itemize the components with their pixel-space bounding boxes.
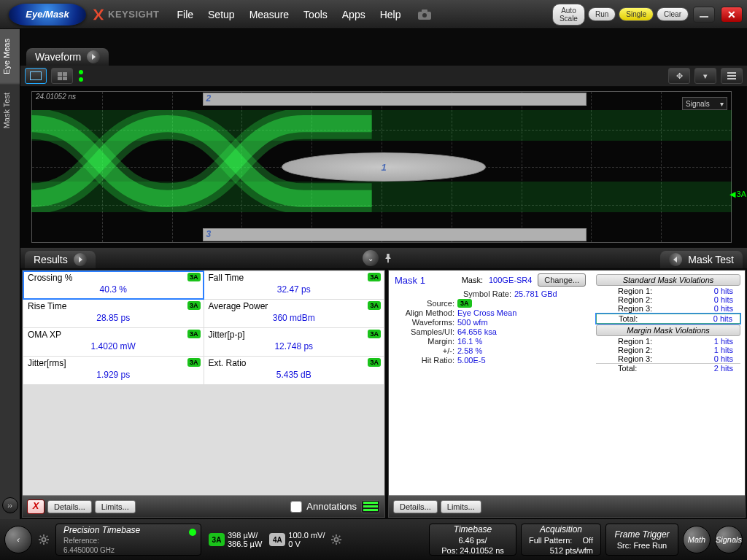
- play-icon[interactable]: [87, 50, 100, 63]
- results-panel: Crossing % 3A 40.3 %Fall Time 3A 32.47 p…: [22, 270, 385, 518]
- results-details-button[interactable]: Details...: [47, 500, 92, 513]
- menu-setup[interactable]: Setup: [201, 9, 242, 20]
- hamburger-button[interactable]: [721, 68, 743, 84]
- waveform-tab[interactable]: Waveform: [26, 48, 109, 66]
- play-icon[interactable]: [74, 253, 87, 266]
- acquisition-box[interactable]: Acquisition Full Pattern:Off 512 pts/wfm: [521, 524, 601, 556]
- minimize-button[interactable]: [693, 7, 715, 23]
- mask-test-panel: Mask 1 Mask: 100GE-SR4 Change... Symbol …: [388, 270, 746, 518]
- annotation-style-button[interactable]: [361, 500, 380, 513]
- channel-3a-badge: 3A: [209, 533, 225, 546]
- result-cell[interactable]: Rise Time 3A 28.85 ps: [23, 300, 204, 327]
- mask-test-tab-label: Mask Test: [688, 254, 734, 265]
- result-cell[interactable]: Ext. Ratio 3A 5.435 dB: [204, 357, 384, 384]
- result-name: Rise Time: [28, 301, 66, 311]
- precision-ref-value: 6.4450000 GHz: [63, 546, 193, 554]
- eye-diagram-display[interactable]: 24.01052 ns 2 1 3 Signals▾ 3A: [21, 87, 746, 247]
- view-grid-button[interactable]: [51, 68, 73, 84]
- timebase-box[interactable]: Timebase 6.46 ps/ Pos: 24.01052 ns: [429, 524, 516, 556]
- brand-logo: KEYSIGHT: [92, 8, 159, 21]
- mode-badge[interactable]: Eye/Mask: [9, 4, 86, 26]
- violations-box: Standard Mask Violations Region 1:0 hits…: [592, 271, 745, 495]
- samplesui-value: 64.656 ksa: [457, 327, 497, 336]
- result-value: 40.3 %: [28, 284, 199, 295]
- options-dropdown-button[interactable]: ▾: [694, 68, 716, 84]
- waveform-toolbar: ✥ ▾: [20, 66, 747, 86]
- menu-tools[interactable]: Tools: [296, 9, 335, 20]
- std-violations-header: Standard Mask Violations: [596, 274, 740, 286]
- pan-tool-button[interactable]: ✥: [668, 68, 690, 84]
- view-single-button[interactable]: [25, 68, 47, 84]
- menu-measure[interactable]: Measure: [242, 9, 296, 20]
- trigger-box[interactable]: Frame Trigger Src: Free Run: [605, 524, 678, 556]
- screenshot-icon[interactable]: [417, 9, 432, 20]
- result-name: Average Power: [209, 301, 268, 311]
- signals-button[interactable]: Signals: [715, 526, 743, 553]
- channel-indicator-icon: [79, 70, 83, 82]
- acq-title: Acquisition: [529, 524, 593, 534]
- annotations-checkbox[interactable]: [290, 501, 302, 513]
- play-icon[interactable]: [669, 253, 682, 266]
- channel-4a-box[interactable]: 4A 100.0 mV/0 V: [269, 531, 325, 548]
- delete-result-button[interactable]: X: [27, 499, 44, 514]
- expand-sidebar-button[interactable]: ››: [2, 497, 18, 513]
- channel-marker-3a[interactable]: 3A: [729, 190, 746, 199]
- svg-point-4: [335, 537, 338, 541]
- precision-title: Precision Timebase: [63, 525, 193, 535]
- mask-change-button[interactable]: Change...: [538, 273, 586, 287]
- results-limits-button[interactable]: Limits...: [95, 500, 136, 513]
- result-cell[interactable]: Jitter[p-p] 3A 12.748 ps: [204, 328, 384, 356]
- result-name: Crossing %: [28, 273, 72, 283]
- eye-trace-upper: [31, 110, 732, 141]
- results-tab[interactable]: Results: [25, 251, 96, 268]
- samplesui-label: Samples/UI:: [395, 327, 457, 336]
- result-cell[interactable]: OMA XP 3A 1.4020 mW: [23, 328, 204, 356]
- clear-button[interactable]: Clear: [657, 7, 689, 21]
- status-prev-button[interactable]: ‹: [4, 526, 32, 553]
- result-badge: 3A: [187, 330, 201, 338]
- collapse-panels-button[interactable]: ⌄: [363, 250, 379, 266]
- trig-src: Free Run: [633, 541, 667, 550]
- mask-details-button[interactable]: Details...: [393, 500, 438, 513]
- trig-title: Frame Trigger: [614, 529, 670, 540]
- source-badge: 3A: [457, 299, 472, 308]
- mask-name: 100GE-SR4: [489, 276, 532, 284]
- results-tab-label: Results: [34, 254, 68, 265]
- pin-icon[interactable]: [383, 253, 393, 263]
- trig-src-label: Src:: [617, 541, 632, 550]
- result-cell[interactable]: Crossing % 3A 40.3 %: [23, 271, 204, 299]
- result-value: 5.435 dB: [209, 370, 380, 380]
- mask-region-bottom-label: 3: [206, 229, 212, 239]
- lower-panels: Crossing % 3A 40.3 %Fall Time 3A 32.47 p…: [20, 268, 747, 519]
- mask-limits-button[interactable]: Limits...: [441, 500, 481, 513]
- single-button[interactable]: Single: [619, 7, 654, 21]
- ch4a-offset: 0 V: [288, 540, 325, 548]
- channel-config-button[interactable]: [329, 534, 344, 545]
- svg-point-2: [422, 13, 427, 18]
- result-cell[interactable]: Fall Time 3A 32.47 ps: [204, 271, 384, 299]
- lefttab-eye-meas[interactable]: Eye Meas: [0, 29, 20, 83]
- menu-apps[interactable]: Apps: [335, 9, 373, 20]
- eye-trace-lower: [31, 182, 732, 212]
- channel-3a-box[interactable]: 3A 398 µW/386.5 µW: [209, 531, 262, 548]
- precision-timebase-box[interactable]: Precision Timebase Reference: 6.4450000 …: [55, 524, 201, 556]
- result-badge: 3A: [187, 301, 201, 310]
- result-cell[interactable]: Average Power 3A 360 mdBm: [204, 300, 384, 327]
- lefttab-mask-test[interactable]: Mask Test: [0, 83, 20, 137]
- brand-text: KEYSIGHT: [108, 9, 159, 20]
- hitratio-value: 5.00E-5: [457, 356, 486, 365]
- menu-help[interactable]: Help: [373, 9, 409, 20]
- result-badge: 3A: [368, 273, 381, 281]
- acq-fp-label: Full Pattern:: [529, 536, 572, 545]
- run-button[interactable]: Run: [588, 7, 616, 21]
- close-button[interactable]: ✕: [721, 7, 743, 23]
- math-button[interactable]: Math: [683, 526, 711, 553]
- mar-viol-row: Region 1:1 hits: [596, 337, 740, 346]
- signals-dropdown[interactable]: Signals▾: [682, 97, 727, 110]
- status-config-button[interactable]: [36, 534, 51, 545]
- result-cell[interactable]: Jitter[rms] 3A 1.929 ps: [23, 357, 204, 384]
- autoscale-button[interactable]: Auto Scale: [552, 4, 585, 26]
- menu-file[interactable]: File: [169, 9, 201, 20]
- mask-test-tab[interactable]: Mask Test: [660, 251, 743, 268]
- mask-info: Mask 1 Mask: 100GE-SR4 Change... Symbol …: [389, 271, 592, 495]
